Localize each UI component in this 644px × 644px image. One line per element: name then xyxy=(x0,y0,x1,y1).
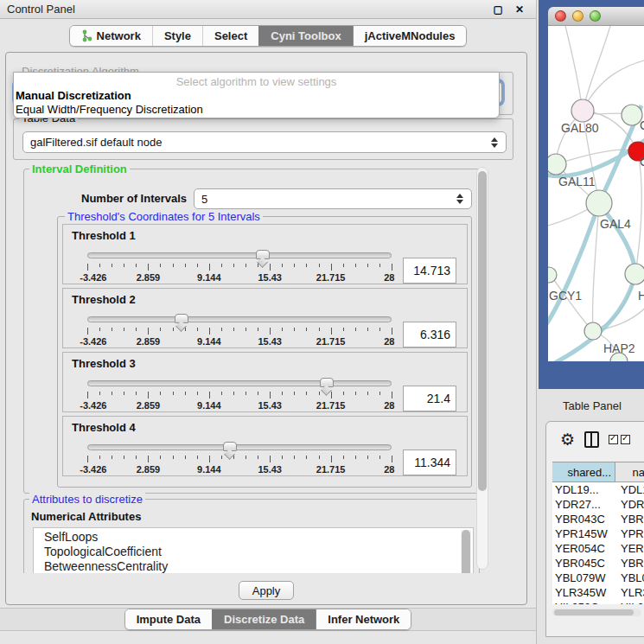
table-cell[interactable]: YDL1 xyxy=(615,482,644,497)
column-header-shared[interactable]: shared... xyxy=(552,462,615,481)
node-gal80[interactable] xyxy=(571,99,594,122)
table-row[interactable]: YBR043CYBR0 xyxy=(552,512,644,526)
table-cell[interactable]: YBL0 xyxy=(615,571,644,585)
table-row[interactable]: YPR145WYPR1 xyxy=(552,526,644,541)
table-cell[interactable]: YIL052C xyxy=(552,600,615,604)
table-row[interactable]: YDL19...YDL1 xyxy=(552,482,644,497)
slider-handle[interactable] xyxy=(223,442,237,451)
tab-discretize-data[interactable]: Discretize Data xyxy=(212,609,316,629)
table-data-combo[interactable]: galFiltered.sif default node xyxy=(22,131,507,153)
table-cell[interactable]: YDL19... xyxy=(552,482,615,497)
threshold-1-value[interactable]: 14.713 xyxy=(403,258,456,284)
numerical-attributes-title: Numerical Attributes xyxy=(31,510,141,523)
list-item[interactable]: BetweennessCentrality xyxy=(44,559,473,573)
tab-jactivemnodules[interactable]: jActiveMNodules xyxy=(353,26,467,46)
slider-track[interactable] xyxy=(87,380,392,386)
column-header-name[interactable]: na xyxy=(615,462,644,481)
threshold-4-label: Threshold 4 xyxy=(72,421,458,434)
minimize-window-icon[interactable] xyxy=(572,10,583,22)
threshold-2-value[interactable]: 6.316 xyxy=(403,322,456,348)
tab-impute-data[interactable]: Impute Data xyxy=(125,609,212,629)
slider-handle[interactable] xyxy=(256,250,270,259)
checkbox-icon[interactable] xyxy=(621,435,630,444)
table-cell[interactable]: YDR2 xyxy=(615,497,644,512)
slider-handle[interactable] xyxy=(320,378,334,387)
thresholds-groupbox: Threshold's Coordinates for 5 Intervals … xyxy=(57,216,472,488)
combo-stepper-icon xyxy=(489,137,499,148)
popup-option-manual[interactable]: Manual Discretization xyxy=(14,88,499,102)
table-cell[interactable]: YDR27... xyxy=(552,497,615,512)
zoom-window-icon[interactable] xyxy=(590,10,601,22)
threshold-4-panel: Threshold 4 -3.426 2.859 9.144 21.715 xyxy=(62,416,468,476)
float-window-icon[interactable]: ▢ xyxy=(494,3,503,16)
node-gal4[interactable] xyxy=(586,190,612,216)
table-cell[interactable]: YBR045C xyxy=(552,556,615,571)
node-h[interactable] xyxy=(625,264,644,284)
checkbox-icon[interactable] xyxy=(609,435,618,444)
slider-handle[interactable] xyxy=(175,314,188,323)
slider-track[interactable] xyxy=(87,252,392,258)
popup-option-equal-width[interactable]: Equal Width/Frequency Discretization xyxy=(14,102,499,116)
table-cell[interactable]: YER054C xyxy=(552,541,615,556)
control-panel-titlebar: Control Panel ▢ ✕ xyxy=(0,0,536,19)
table-row[interactable]: YDR27...YDR2 xyxy=(552,497,644,512)
threshold-1-panel: Threshold 1 -3.426 2.859 9.144 15.43 xyxy=(62,224,468,284)
table-cell[interactable]: YBL079W xyxy=(552,571,615,585)
table-row[interactable]: YIL052CYIL0 xyxy=(552,600,644,604)
table-cell[interactable]: YBR0 xyxy=(615,512,644,526)
node-attribute-table: shared... na YDL19...YDL1YDR27...YDR2YBR… xyxy=(552,462,644,609)
network-window-titlebar[interactable] xyxy=(548,7,644,26)
table-cell[interactable]: YPR1 xyxy=(615,526,644,541)
close-window-icon[interactable] xyxy=(555,10,566,22)
threshold-2-slider[interactable]: -3.426 2.859 9.144 15.43 21.715 28 xyxy=(87,316,392,356)
tab-cyni-toolbox[interactable]: Cyni Toolbox xyxy=(258,26,352,46)
table-row[interactable]: YLR345WYLR3 xyxy=(552,585,644,600)
settings-scrollbar[interactable] xyxy=(476,167,488,570)
threshold-3-slider[interactable]: -3.426 2.859 9.144 15.43 21.715 28 xyxy=(87,380,392,420)
table-data-groupbox: Table Data galFiltered.sif default node xyxy=(13,118,513,160)
table-cell[interactable]: YBR0 xyxy=(615,556,644,571)
slider-track[interactable] xyxy=(87,444,392,450)
network-view-canvas[interactable]: GAL80 G C GAL11 GAL4 GCY1 H HAP2 xyxy=(548,26,644,361)
threshold-1-label: Threshold 1 xyxy=(72,229,458,242)
table-cell[interactable]: YLR345W xyxy=(552,585,615,600)
threshold-3-value[interactable]: 21.4 xyxy=(403,386,456,411)
number-of-intervals-combo[interactable]: 5 xyxy=(194,188,472,209)
threshold-4-slider[interactable]: -3.426 2.859 9.144 21.715 15.43 28 xyxy=(87,444,392,484)
list-item[interactable]: TopologicalCoefficient xyxy=(44,545,473,559)
node-hap2[interactable] xyxy=(584,322,602,340)
table-cell[interactable]: YIL0 xyxy=(615,600,644,604)
tab-network[interactable]: Network xyxy=(70,26,152,46)
threshold-1-slider[interactable]: -3.426 2.859 9.144 15.43 21.715 28 xyxy=(87,252,392,292)
table-cell[interactable]: YLR3 xyxy=(615,585,644,600)
numerical-attributes-list[interactable]: SelfLoops TopologicalCoefficient Between… xyxy=(33,527,474,573)
table-row[interactable]: YBR045CYBR0 xyxy=(552,556,644,571)
node-gal11[interactable] xyxy=(548,154,566,175)
node-label: GAL80 xyxy=(561,121,599,135)
split-panel-icon[interactable] xyxy=(584,431,599,448)
close-panel-icon[interactable]: ✕ xyxy=(515,3,524,16)
list-item[interactable]: SelfLoops xyxy=(44,530,473,545)
table-cell[interactable]: YPR145W xyxy=(552,526,615,541)
cyni-bottom-tabs: Impute Data Discretize Data Infer Networ… xyxy=(0,608,536,631)
apply-button[interactable]: Apply xyxy=(239,581,294,600)
table-cell[interactable]: YER0 xyxy=(615,541,644,556)
table-row[interactable]: YBL079WYBL0 xyxy=(552,571,644,585)
table-row[interactable]: YER054CYER0 xyxy=(552,541,644,556)
tab-infer-network[interactable]: Infer Network xyxy=(316,609,411,629)
gear-icon[interactable]: ⚙ xyxy=(560,431,575,448)
panel-title: Control Panel xyxy=(7,3,75,16)
network-window: GAL80 G C GAL11 GAL4 GCY1 H HAP2 xyxy=(539,0,644,389)
threshold-4-value[interactable]: 11.344 xyxy=(403,450,456,475)
node-gcy1[interactable] xyxy=(548,267,557,283)
slider-track[interactable] xyxy=(87,316,392,322)
slider-axis-labels: -3.426 2.859 9.144 15.43 21.715 28 xyxy=(87,272,392,283)
tab-select[interactable]: Select xyxy=(202,26,258,46)
tab-style[interactable]: Style xyxy=(152,26,202,46)
table-horizontal-scrollbar[interactable] xyxy=(552,609,641,616)
list-scrollbar[interactable] xyxy=(461,530,471,573)
control-panel-tabs: Network Style Select Cyni Toolbox jActiv… xyxy=(0,25,536,47)
slider-ticks xyxy=(87,392,392,399)
table-cell[interactable]: YBR043C xyxy=(552,512,615,526)
network-icon xyxy=(81,29,92,42)
